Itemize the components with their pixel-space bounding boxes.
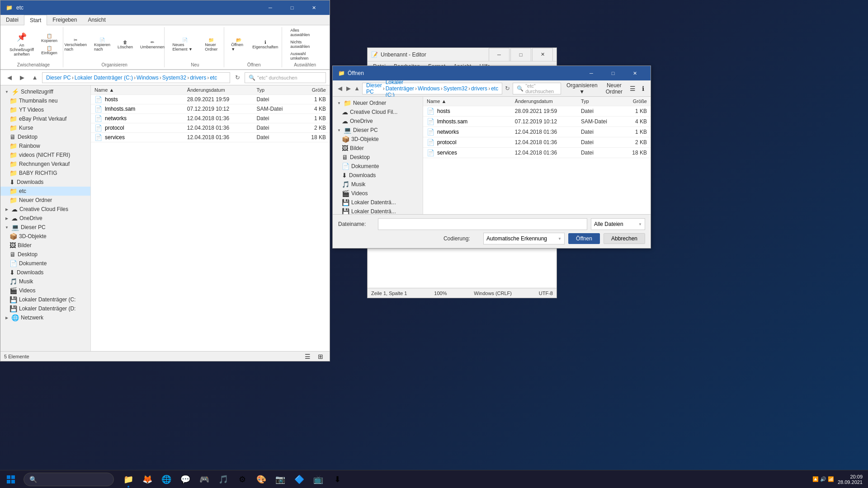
taskbar-app-app1[interactable]: 🔷	[290, 470, 308, 488]
dialog-sidebar-item-bilder[interactable]: 🖼 Bilder	[333, 144, 423, 153]
open-btn[interactable]: Öffnen	[568, 233, 600, 244]
table-row[interactable]: 📄 lmhosts.sam 07.12.2019 10:12 SAM-Datei…	[91, 104, 330, 114]
ribbon-tab-start[interactable]: Start	[24, 15, 47, 25]
table-row[interactable]: 📄 protocol 12.04.2018 01:36 Datei 2 KB	[91, 123, 330, 133]
path-system32[interactable]: System32	[162, 75, 186, 81]
start-button[interactable]	[0, 470, 22, 488]
dialog-col-header-name[interactable]: Name ▲	[427, 99, 515, 104]
forward-button[interactable]: ▶	[17, 72, 28, 83]
dialog-sidebar-item-neuerordner[interactable]: ▼ 📁 Neuer Ordner	[333, 99, 423, 108]
table-row[interactable]: 📄 lmhosts.sam 07.12.2019 10:12 SAM-Datei…	[423, 117, 651, 127]
dialog-sidebar-item-desktop[interactable]: 🖥 Desktop	[333, 153, 423, 162]
dialog-sidebar-item-locald[interactable]: 💾 Lokaler Datenträ...	[333, 207, 423, 214]
dialog-path-thispc[interactable]: Dieser PC	[366, 82, 382, 95]
sidebar-item-onedrive[interactable]: ▶ ☁ OneDrive	[0, 214, 90, 223]
sidebar-item-thumbnails[interactable]: 📁 Thumbnails neu	[0, 96, 90, 105]
dialog-sidebar-item-dokumente[interactable]: 📄 Dokumente	[333, 162, 423, 171]
sidebar-item-schnellzugriff[interactable]: ▼ ⚡ Schnellzugriff	[0, 87, 90, 96]
taskbar-app-steam[interactable]: 🎮	[195, 470, 213, 488]
sidebar-item-desktop[interactable]: 🖥 Desktop	[0, 132, 90, 141]
path-windows[interactable]: Windows	[137, 75, 159, 81]
refresh-button[interactable]: ↻	[232, 72, 243, 83]
taskbar-app-download[interactable]: ⬇	[328, 470, 346, 488]
details-view-button[interactable]: ☰	[302, 352, 313, 361]
select-all-button[interactable]: Alles auswählen	[288, 27, 322, 38]
sidebar-item-kurse[interactable]: 📁 Kurse	[0, 123, 90, 132]
sidebar-item-downloads[interactable]: ⬇ Downloads	[0, 268, 90, 277]
sidebar-item-baby[interactable]: 📁 BABY RICHTIG	[0, 169, 90, 178]
delete-button[interactable]: 🗑 Löschen	[115, 39, 136, 50]
sidebar-item-creative-cloud[interactable]: ▶ ☁ Creative Cloud Files	[0, 205, 90, 214]
dialog-sidebar-item-localc[interactable]: 💾 Lokaler Datenträ...	[333, 198, 423, 207]
taskbar-app-spotify[interactable]: 🎵	[214, 470, 232, 488]
dialog-organize-button[interactable]: Organisieren ▼	[563, 81, 601, 96]
taskbar-app-explorer[interactable]: 📁	[119, 470, 137, 488]
sidebar-item-desktop2[interactable]: 🖥 Desktop	[0, 250, 90, 259]
new-item-button[interactable]: 📄 Neues Element ▼	[170, 37, 201, 52]
dialog-refresh-button[interactable]: ↻	[504, 83, 511, 94]
dialog-sidebar-item-musik[interactable]: 🎵 Musik	[333, 180, 423, 189]
dialog-view-details-button[interactable]: ℹ	[639, 84, 647, 93]
large-icons-button[interactable]: ⊞	[315, 352, 326, 361]
dialog-path-etc[interactable]: etc	[491, 85, 498, 92]
filetype-select[interactable]: Alle Dateien ▼	[591, 218, 645, 230]
ribbon-tab-ansicht[interactable]: Ansicht	[82, 15, 111, 25]
cancel-btn[interactable]: Abbrechen	[604, 233, 645, 244]
path-drivers[interactable]: drivers	[190, 75, 206, 81]
dialog-col-header-date[interactable]: Änderungsdatum	[515, 99, 581, 104]
table-row[interactable]: 📄 hosts 28.09.2021 19:59 Datei 1 KB	[91, 95, 330, 104]
sidebar-item-3dobjekte[interactable]: 📦 3D-Objekte	[0, 232, 90, 241]
dialog-sidebar-item-downloads[interactable]: ⬇ Downloads	[333, 171, 423, 180]
dialog-minimize-button[interactable]: ─	[581, 66, 602, 80]
table-row[interactable]: 📄 networks 12.04.2018 01:36 Datei 1 KB	[91, 114, 330, 123]
search-box[interactable]: 🔍 "etc" durchsuchen	[245, 72, 326, 83]
path-etc[interactable]: etc	[210, 75, 217, 81]
move-to-button[interactable]: ✂ Verschiebennach	[61, 37, 90, 52]
dialog-sidebar-item-videos[interactable]: 🎬 Videos	[333, 189, 423, 198]
taskbar-search-box[interactable]: 🔍	[24, 473, 114, 486]
sidebar-item-rainbow[interactable]: 📁 Rainbow	[0, 141, 90, 150]
dialog-sidebar-item-dieser-pc[interactable]: ▼ 💻 Dieser PC	[333, 126, 423, 135]
sidebar-item-downloads-quick[interactable]: ⬇ Downloads	[0, 178, 90, 187]
close-button[interactable]: ✕	[303, 1, 324, 14]
dialog-path-drivers[interactable]: drivers	[471, 85, 487, 92]
copy-button[interactable]: 📋 Kopieren	[38, 33, 60, 44]
col-header-name[interactable]: Name ▲	[94, 87, 187, 93]
up-button[interactable]: ▲	[29, 72, 40, 83]
sidebar-item-netzwerk[interactable]: ▶ 🌐 Netzwerk	[0, 313, 90, 322]
dialog-back-button[interactable]: ◀	[336, 83, 343, 94]
dialog-close-button[interactable]: ✕	[624, 66, 645, 80]
copy-to-button[interactable]: 📄 Kopierennach	[91, 37, 113, 52]
dialog-new-folder-button[interactable]: Neuer Ordner	[602, 81, 626, 96]
dialog-search-box[interactable]: 🔍 "etc" durchsuchen	[513, 83, 561, 94]
taskbar-app-photoshop[interactable]: 🎨	[252, 470, 270, 488]
dialog-address-bar[interactable]: Dieser PC › Lokaler Datenträger (C:) › W…	[362, 83, 502, 94]
path-c[interactable]: Lokaler Datenträger (C:)	[75, 75, 133, 81]
new-folder-button[interactable]: 📁 NeuerOrdner	[202, 37, 220, 52]
dialog-path-windows[interactable]: Windows	[418, 85, 440, 92]
table-row[interactable]: 📄 services 12.04.2018 01:36 Datei 18 KB	[423, 148, 651, 158]
address-path[interactable]: Dieser PC › Lokaler Datenträger (C:) › W…	[42, 72, 230, 83]
taskbar-app-camera[interactable]: 📷	[271, 470, 289, 488]
sidebar-item-localc[interactable]: 💾 Lokaler Datenträger (C:	[0, 295, 90, 304]
sidebar-item-videos[interactable]: 📁 videos (NICHT FERI)	[0, 150, 90, 160]
sidebar-item-locald[interactable]: 💾 Lokaler Datenträger (D:	[0, 304, 90, 313]
paste-button[interactable]: 📋 Einfügen	[38, 45, 60, 56]
back-button[interactable]: ◀	[4, 72, 15, 83]
rename-button[interactable]: ✏ Umbenennen	[137, 39, 167, 50]
dialog-forward-button[interactable]: ▶	[345, 83, 352, 94]
filename-input[interactable]	[378, 218, 587, 230]
taskbar-app-tv[interactable]: 📺	[309, 470, 327, 488]
sidebar-item-etc[interactable]: 📁 etc	[0, 187, 90, 196]
ribbon-tab-datei[interactable]: Datei	[0, 15, 24, 25]
dialog-sidebar-item-onedrive[interactable]: ☁ OneDrive	[333, 117, 423, 126]
dialog-col-header-size[interactable]: Größe	[625, 99, 647, 104]
taskbar-app-discord[interactable]: 💬	[176, 470, 194, 488]
ribbon-tab-freigeben[interactable]: Freigeben	[47, 15, 82, 25]
dialog-sidebar-item-3d[interactable]: 📦 3D-Objekte	[333, 135, 423, 144]
notepad-close-button[interactable]: ✕	[532, 48, 553, 61]
notepad-minimize-button[interactable]: ─	[489, 48, 509, 61]
table-row[interactable]: 📄 services 12.04.2018 01:36 Datei 18 KB	[91, 133, 330, 142]
path-thispc[interactable]: Dieser PC	[46, 75, 71, 81]
sidebar-item-rechnungen[interactable]: 📁 Rechnungen Verkauf	[0, 160, 90, 169]
